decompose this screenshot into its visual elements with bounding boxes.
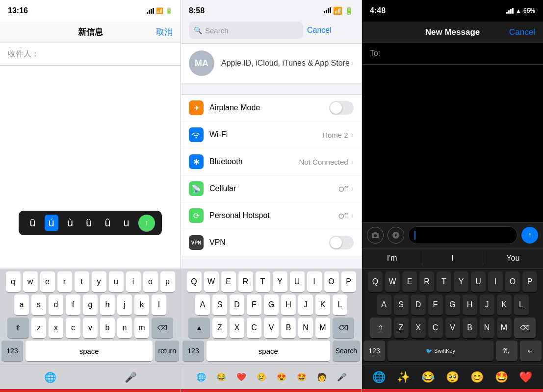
p2-heart-eyes-emoji[interactable]: 😍 <box>277 372 286 382</box>
p2-key-N[interactable]: N <box>298 318 313 338</box>
p2-shift-key[interactable]: ▲ <box>188 318 210 338</box>
p3-key-O[interactable]: O <box>505 271 520 292</box>
p3-cancel-button[interactable]: Cancel <box>509 27 535 37</box>
p2-heart-emoji[interactable]: ❤️ <box>236 372 246 382</box>
p1-key-i[interactable]: i <box>126 271 141 292</box>
p3-shift-key[interactable]: ⇧ <box>370 318 391 338</box>
p3-pleading-emoji[interactable]: 🥺 <box>446 371 459 384</box>
p2-cellular-row[interactable]: 📡 Cellular Off › <box>181 175 362 202</box>
p1-key-x[interactable]: x <box>49 318 63 338</box>
p2-globe-icon[interactable]: 🌐 <box>196 372 206 382</box>
p1-char-u-macron[interactable]: ū <box>26 215 39 231</box>
p3-heart-emoji[interactable]: ❤️ <box>519 371 532 384</box>
p1-key-d[interactable]: d <box>49 294 63 315</box>
p1-key-m[interactable]: m <box>134 318 149 338</box>
p3-predict-2[interactable]: I <box>422 251 483 266</box>
p2-delete-key[interactable]: ⌫ <box>333 318 354 338</box>
p1-globe-icon[interactable]: 🌐 <box>44 371 56 383</box>
p3-starface-emoji[interactable]: 🤩 <box>495 371 508 384</box>
p3-smile-emoji[interactable]: 😊 <box>470 371 484 384</box>
p3-key-A[interactable]: A <box>377 294 391 315</box>
p2-search-cancel-button[interactable]: Cancel <box>303 26 332 35</box>
p3-recipient-field[interactable]: To: <box>362 43 543 65</box>
p3-key-I[interactable]: I <box>488 271 503 292</box>
p2-key-A[interactable]: A <box>195 294 210 315</box>
p1-char-u[interactable]: u <box>120 215 133 231</box>
p1-space-key[interactable]: space <box>26 341 153 361</box>
p3-sparkles-icon[interactable]: ✨ <box>397 371 410 384</box>
p1-char-u-acute[interactable]: ú <box>45 215 58 231</box>
p2-key-B[interactable]: B <box>281 318 296 338</box>
p3-key-W[interactable]: W <box>385 271 400 292</box>
p2-vpn-toggle[interactable] <box>329 236 354 249</box>
p1-return-key[interactable]: return <box>155 341 179 361</box>
p3-key-N[interactable]: N <box>480 318 494 338</box>
p3-key-C[interactable]: C <box>428 318 443 338</box>
p3-key-F[interactable]: F <box>428 294 443 315</box>
p1-key-s[interactable]: s <box>31 294 46 315</box>
p2-airplane-mode-row[interactable]: ✈ Airplane Mode <box>181 95 362 122</box>
p2-key-M[interactable]: M <box>315 318 330 338</box>
p3-key-B[interactable]: B <box>463 318 477 338</box>
p1-key-b[interactable]: b <box>100 318 115 338</box>
p2-profile-row[interactable]: MA Apple ID, iCloud, iTunes & App Store … <box>181 43 362 83</box>
p2-wifi-row[interactable]: Wi-Fi Home 2 › <box>181 122 362 148</box>
p3-key-Y[interactable]: Y <box>454 271 468 292</box>
p2-space-key[interactable]: space <box>207 341 330 361</box>
p2-key-O[interactable]: O <box>324 271 339 292</box>
p3-key-L[interactable]: L <box>514 294 529 315</box>
p3-key-G[interactable]: G <box>445 294 460 315</box>
p2-mic-icon[interactable]: 🎤 <box>337 372 347 382</box>
p1-key-u[interactable]: u <box>109 271 124 292</box>
p1-key-p[interactable]: p <box>160 271 175 292</box>
p1-key-a[interactable]: a <box>14 294 29 315</box>
p2-key-Y[interactable]: Y <box>273 271 287 292</box>
p3-appstore-button[interactable] <box>388 227 404 244</box>
p3-key-R[interactable]: R <box>419 271 434 292</box>
p3-predict-3[interactable]: You <box>483 251 543 266</box>
p2-bluetooth-row[interactable]: ✱ Bluetooth Not Connected › <box>181 148 362 175</box>
p2-search-input[interactable] <box>205 26 298 35</box>
p3-punctuation-key[interactable]: ?!,· <box>496 341 517 361</box>
p3-laugh-emoji[interactable]: 😂 <box>421 371 435 384</box>
p1-cancel-button[interactable]: 取消 <box>156 26 173 38</box>
p1-mic-icon[interactable]: 🎤 <box>125 371 137 383</box>
p1-delete-key[interactable]: ⌫ <box>152 318 173 338</box>
p1-key-w[interactable]: w <box>23 271 38 292</box>
p3-key-H[interactable]: H <box>463 294 477 315</box>
p1-key-q[interactable]: q <box>6 271 21 292</box>
p1-char-u-circumflex[interactable]: û <box>101 215 114 231</box>
p3-key-D[interactable]: D <box>411 294 426 315</box>
p1-key-y[interactable]: y <box>92 271 106 292</box>
p2-vpn-row[interactable]: VPN VPN <box>181 229 362 256</box>
p2-key-F[interactable]: F <box>247 294 261 315</box>
p2-hotspot-row[interactable]: ⟳ Personal Hotspot Off › <box>181 202 362 229</box>
p3-predict-1[interactable]: I'm <box>362 251 422 266</box>
p2-key-T[interactable]: T <box>256 271 270 292</box>
p1-shift-key[interactable]: ⇧ <box>7 318 29 338</box>
p2-key-W[interactable]: W <box>204 271 219 292</box>
p1-key-h[interactable]: h <box>100 294 115 315</box>
p2-person-emoji[interactable]: 🧑 <box>317 372 327 382</box>
p1-key-t[interactable]: t <box>75 271 89 292</box>
p1-key-j[interactable]: j <box>117 294 132 315</box>
p1-key-o[interactable]: o <box>143 271 158 292</box>
p1-key-e[interactable]: e <box>40 271 55 292</box>
p3-key-X[interactable]: X <box>411 318 426 338</box>
p2-key-E[interactable]: E <box>221 271 236 292</box>
p1-num-key[interactable]: 123 <box>1 341 23 361</box>
p3-space-key[interactable]: 🐦 SwiftKey <box>388 341 493 361</box>
p2-key-X[interactable]: X <box>230 318 244 338</box>
p3-return-key[interactable]: ↵ <box>520 341 542 361</box>
p2-search-key[interactable]: Search <box>333 341 360 361</box>
p3-key-S[interactable]: S <box>394 294 409 315</box>
p2-search-bar[interactable]: 🔍 <box>189 22 303 39</box>
p1-key-z[interactable]: z <box>31 318 46 338</box>
p1-key-l[interactable]: l <box>152 294 166 315</box>
p3-key-M[interactable]: M <box>497 318 512 338</box>
p2-key-L[interactable]: L <box>333 294 347 315</box>
p2-key-I[interactable]: I <box>307 271 322 292</box>
p3-key-E[interactable]: E <box>402 271 417 292</box>
p2-cry-emoji[interactable]: 😢 <box>257 372 266 382</box>
p1-key-v[interactable]: v <box>83 318 98 338</box>
